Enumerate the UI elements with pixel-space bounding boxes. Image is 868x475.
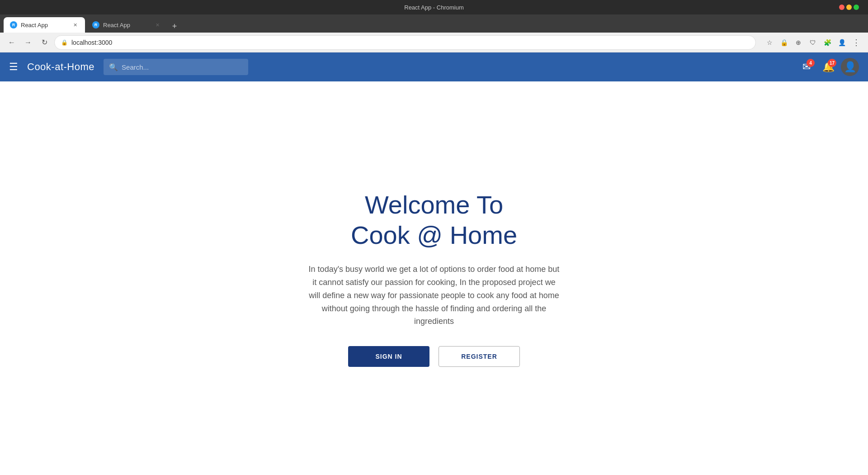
reload-button[interactable]: ↻ <box>38 36 51 49</box>
hero-buttons: SIGN IN REGISTER <box>307 346 561 367</box>
search-bar[interactable]: 🔍 <box>104 59 248 75</box>
hamburger-menu[interactable]: ☰ <box>9 61 18 73</box>
tab-2[interactable]: R React App ✕ <box>86 17 167 33</box>
hamburger-icon: ☰ <box>9 61 18 73</box>
avatar-icon: 👤 <box>844 61 856 73</box>
dot-red[interactable] <box>839 5 844 10</box>
browser-titlebar: React App - Chromium <box>0 0 868 14</box>
search-input[interactable] <box>122 63 243 71</box>
new-tab-button[interactable]: + <box>168 20 181 33</box>
extension-icon3[interactable]: 🛡 <box>807 36 819 49</box>
lock-icon: 🔒 <box>61 39 68 46</box>
browser-tabs: R React App ✕ R React App ✕ + <box>0 14 868 33</box>
url-text: localhost:3000 <box>71 39 112 46</box>
dot-green[interactable] <box>854 5 859 10</box>
browser-toolbar: ← → ↻ 🔒 localhost:3000 ☆ 🔒 ⊕ 🛡 🧩 👤 ⋮ <box>0 33 868 52</box>
hero-section: Welcome To Cook @ Home In today's busy w… <box>298 171 570 385</box>
avatar-button[interactable]: 👤 <box>841 58 859 76</box>
hero-title: Welcome To Cook @ Home <box>307 190 561 250</box>
notification-badge: 17 <box>828 59 836 67</box>
app-navbar: ☰ Cook-at-Home 🔍 ✉ 4 🔔 17 👤 <box>0 52 868 81</box>
app-title: Cook-at-Home <box>27 61 94 73</box>
tab2-close[interactable]: ✕ <box>154 21 161 28</box>
tab2-label: React App <box>103 22 130 28</box>
search-icon: 🔍 <box>109 63 118 71</box>
profile-icon[interactable]: 👤 <box>835 36 848 49</box>
forward-button[interactable]: → <box>22 36 34 49</box>
extension-icon4[interactable]: 🧩 <box>821 36 834 49</box>
mail-button[interactable]: ✉ 4 <box>797 58 816 76</box>
tab1-label: React App <box>21 22 48 28</box>
mail-badge: 4 <box>807 59 815 67</box>
hero-title-line2: Cook @ Home <box>351 221 517 249</box>
register-button[interactable]: REGISTER <box>439 346 520 367</box>
bookmark-icon[interactable]: ☆ <box>763 36 776 49</box>
extension-icon2[interactable]: ⊕ <box>792 36 805 49</box>
tab-1[interactable]: R React App ✕ <box>4 17 85 33</box>
hero-description: In today's busy world we get a lot of op… <box>307 263 561 328</box>
dot-yellow[interactable] <box>846 5 852 10</box>
extension-icon1[interactable]: 🔒 <box>778 36 790 49</box>
tab2-favicon: R <box>92 21 99 28</box>
menu-button[interactable]: ⋮ <box>850 36 863 49</box>
back-button[interactable]: ← <box>5 36 18 49</box>
main-content: Welcome To Cook @ Home In today's busy w… <box>0 81 868 475</box>
notification-button[interactable]: 🔔 17 <box>819 58 837 76</box>
signin-button[interactable]: SIGN IN <box>348 346 429 367</box>
tab1-close[interactable]: ✕ <box>71 21 79 28</box>
address-bar[interactable]: 🔒 localhost:3000 <box>54 35 756 50</box>
tab1-favicon: R <box>10 21 17 28</box>
titlebar-text: React App - Chromium <box>404 4 464 11</box>
hero-title-line1: Welcome To <box>365 190 503 219</box>
